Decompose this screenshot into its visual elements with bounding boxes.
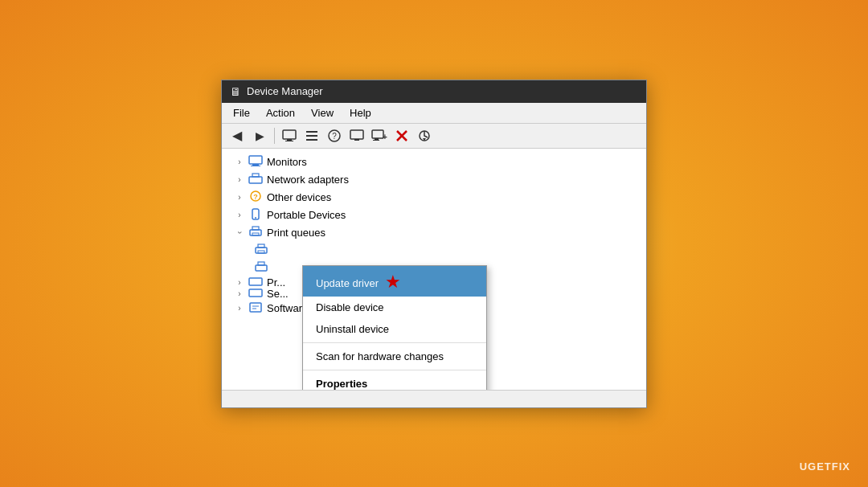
child1-icon <box>254 244 268 258</box>
software-icon <box>248 301 263 316</box>
context-menu: Update driver ★ Disable device Uninstall… <box>302 265 487 390</box>
svg-rect-29 <box>252 233 259 235</box>
tree-item-network[interactable]: › Network adapters <box>222 171 646 189</box>
monitors-icon <box>248 155 263 170</box>
pr-icon <box>248 277 263 289</box>
ctx-properties[interactable]: Properties <box>303 373 486 390</box>
svg-rect-0 <box>283 130 296 139</box>
ctx-uninstall-device[interactable]: Uninstall device <box>303 318 486 340</box>
tree-arrow-network: › <box>235 175 244 184</box>
tree-arrow-portable: › <box>235 211 244 219</box>
monitors-label: Monitors <box>267 156 307 168</box>
toolbar-remove[interactable] <box>391 126 412 145</box>
svg-rect-19 <box>252 164 259 166</box>
ctx-sep-1 <box>303 342 486 343</box>
watermark: UGETFIX <box>800 460 850 473</box>
toolbar-forward[interactable]: ▶ <box>249 126 270 145</box>
svg-rect-8 <box>350 130 363 139</box>
ctx-disable-device[interactable]: Disable device <box>303 297 486 318</box>
red-star-icon: ★ <box>385 272 401 292</box>
svg-point-26 <box>255 217 256 219</box>
pr-label: Pr... <box>267 277 285 289</box>
tree-arrow-software: › <box>235 304 244 313</box>
portable-devices-icon <box>248 208 263 223</box>
svg-rect-10 <box>372 130 383 138</box>
toolbar-monitor-add[interactable]: + <box>369 126 390 145</box>
svg-rect-11 <box>375 138 379 140</box>
svg-rect-37 <box>250 303 261 312</box>
printqueues-icon <box>248 226 263 240</box>
toolbar-list[interactable] <box>301 126 322 145</box>
svg-rect-1 <box>287 139 292 141</box>
other-devices-label: Other devices <box>267 191 331 203</box>
toolbar-help[interactable]: ? <box>324 126 345 145</box>
tree-item-monitors[interactable]: › Monitors <box>222 153 646 171</box>
toolbar: ◀ ▶ ? + <box>222 124 646 149</box>
device-manager-window: 🖥 Device Manager File Action View Help ◀… <box>221 80 647 408</box>
tree-item-other[interactable]: › ? Other devices <box>222 189 646 207</box>
title-bar: 🖥 Device Manager <box>222 80 646 103</box>
svg-rect-5 <box>306 139 317 141</box>
menu-bar: File Action View Help <box>222 103 646 124</box>
printqueues-label: Print queues <box>267 227 326 239</box>
svg-rect-33 <box>256 265 267 271</box>
svg-rect-3 <box>306 131 317 133</box>
ctx-scan-changes[interactable]: Scan for hardware changes <box>303 346 486 367</box>
tree-child-1[interactable] <box>248 242 646 260</box>
window-title: Device Manager <box>247 85 323 97</box>
menu-view[interactable]: View <box>303 104 342 121</box>
status-bar <box>222 390 646 407</box>
svg-text:?: ? <box>253 193 258 201</box>
tree-item-printqueues[interactable]: › Print queues <box>222 224 646 242</box>
tree-arrow-printqueues: › <box>235 228 244 238</box>
svg-rect-18 <box>249 156 262 164</box>
tree-arrow-se: › <box>235 289 244 298</box>
window-icon: 🖥 <box>230 85 241 98</box>
svg-rect-20 <box>251 166 260 166</box>
se-label: Se... <box>267 289 289 300</box>
svg-rect-32 <box>258 251 264 253</box>
menu-help[interactable]: Help <box>342 104 379 121</box>
tree-item-portable[interactable]: › Portable Devices <box>222 207 646 224</box>
ctx-sep-2 <box>303 370 486 370</box>
toolbar-display2[interactable] <box>346 126 367 145</box>
tree-arrow-pr: › <box>235 278 244 287</box>
ctx-update-driver[interactable]: Update driver ★ <box>303 266 486 297</box>
svg-rect-36 <box>249 289 262 297</box>
toolbar-sep-1 <box>274 128 275 144</box>
menu-file[interactable]: File <box>225 104 258 121</box>
toolbar-back[interactable]: ◀ <box>227 126 248 145</box>
other-devices-icon: ? <box>248 190 263 205</box>
toolbar-scan[interactable] <box>414 126 435 145</box>
tree-arrow-monitors: › <box>235 158 244 166</box>
svg-rect-9 <box>354 139 359 141</box>
svg-rect-4 <box>306 135 317 137</box>
svg-rect-21 <box>249 177 262 183</box>
svg-text:?: ? <box>332 132 337 141</box>
svg-text:+: + <box>383 133 387 141</box>
svg-rect-12 <box>373 140 379 141</box>
network-label: Network adapters <box>267 174 349 186</box>
content-area: › Monitors › Network adapters › ? <box>222 149 646 390</box>
svg-rect-35 <box>249 278 262 285</box>
menu-action[interactable]: Action <box>258 104 303 121</box>
network-icon <box>248 173 263 187</box>
toolbar-computer[interactable] <box>279 126 300 145</box>
se-icon <box>248 289 263 300</box>
svg-rect-2 <box>285 141 293 141</box>
child2-icon <box>254 261 268 276</box>
tree-arrow-other: › <box>235 193 244 202</box>
portable-label: Portable Devices <box>267 209 346 221</box>
